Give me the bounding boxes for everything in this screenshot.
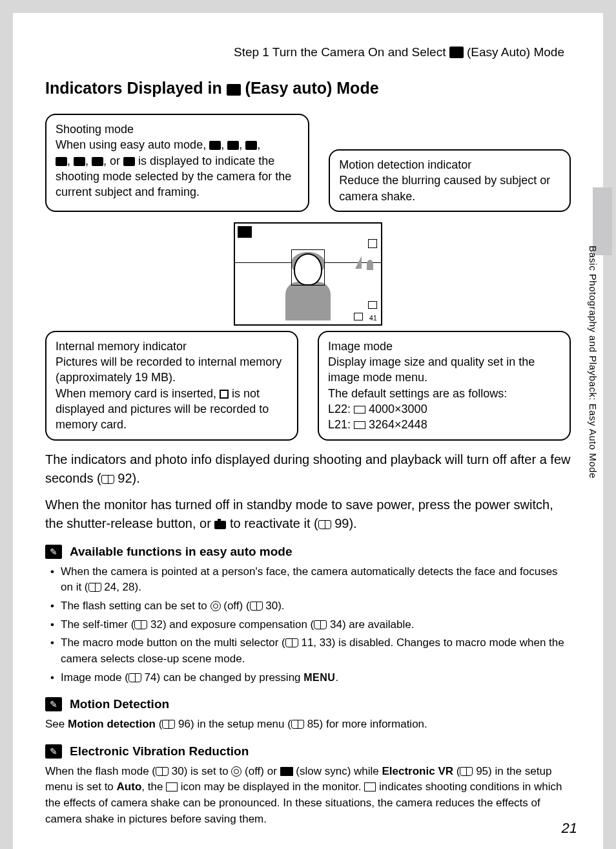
- easy-auto-icon: [449, 47, 464, 58]
- mode-icon: [56, 157, 67, 166]
- manual-page: Basic Photography and Playback: Easy Aut…: [13, 13, 603, 849]
- section-side-label: Basic Photography and Playback: Easy Aut…: [588, 246, 599, 479]
- list-item: The flash setting can be set to (off) ( …: [50, 598, 571, 614]
- callout-diagram: Shooting mode When using easy auto mode,…: [45, 114, 571, 441]
- callout-title: Image mode: [328, 340, 393, 353]
- callout-title: Shooting mode: [56, 123, 134, 136]
- callout-shooting-mode: Shooting mode When using easy auto mode,…: [45, 114, 309, 212]
- running-head-pre: Step 1 Turn the Camera On and Select: [234, 45, 449, 59]
- page-ref-icon: [101, 475, 114, 484]
- callout-motion-detection: Motion detection indicator Reduce the bl…: [329, 149, 571, 212]
- page-ref-icon: [162, 720, 175, 729]
- flash-off-icon: [231, 766, 241, 777]
- section-available-functions: ✎ Available functions in easy auto mode: [45, 545, 571, 559]
- callout-internal-memory: Internal memory indicator Pictures will …: [45, 331, 298, 441]
- vf-motion-indicator: [368, 239, 377, 248]
- page-ref-icon: [128, 673, 141, 682]
- vf-image-mode-indicator: [368, 301, 377, 309]
- running-head: Step 1 Turn the Camera On and Select (Ea…: [45, 45, 571, 59]
- note-info-icon: ✎: [45, 697, 62, 711]
- page-title: Indicators Displayed in (Easy auto) Mode: [45, 79, 571, 98]
- page-ref-icon: [314, 620, 327, 629]
- flash-off-icon: [210, 601, 221, 611]
- title-post: (Easy auto) Mode: [241, 79, 379, 97]
- section-motion-detection: ✎ Motion Detection: [45, 697, 571, 711]
- note-pencil-icon: ✎: [45, 545, 62, 559]
- mode-icon: [74, 157, 85, 166]
- vf-mode-indicator: [238, 226, 252, 238]
- page-ref-icon: [291, 720, 304, 729]
- list-item: The macro mode button on the multi selec…: [50, 635, 571, 667]
- easy-auto-icon: [227, 84, 241, 96]
- running-head-post: (Easy Auto) Mode: [464, 45, 564, 59]
- image-quality-icon: [354, 406, 365, 414]
- paragraph-indicators-timeout: The indicators and photo info displayed …: [45, 450, 571, 488]
- section-electronic-vr: ✎ Electronic Vibration Reduction: [45, 744, 571, 759]
- evr-text: When the flash mode ( 30) is set to (off…: [45, 764, 571, 828]
- list-item: The self-timer ( 32) and exposure compen…: [50, 617, 571, 633]
- callout-title: Internal memory indicator: [56, 340, 187, 353]
- vf-frame-count: 41: [369, 314, 377, 322]
- mode-icon: [227, 141, 239, 150]
- mode-icon: [209, 141, 221, 150]
- list-item: When the camera is pointed at a person's…: [50, 564, 571, 596]
- mode-icon: [245, 141, 257, 150]
- camera-button-icon: [214, 521, 226, 529]
- vr-icon: [364, 782, 376, 791]
- callout-title: Motion detection indicator: [339, 158, 471, 171]
- available-functions-list: When the camera is pointed at a person's…: [45, 564, 571, 686]
- page-ref-icon: [285, 638, 298, 647]
- page-ref-icon: [134, 620, 147, 629]
- paragraph-standby: When the monitor has turned off in stand…: [45, 496, 571, 533]
- face-detect-frame: [291, 249, 325, 286]
- viewfinder-illustration: 41: [234, 222, 382, 326]
- image-quality-icon: [354, 421, 365, 429]
- motion-detection-text: See Motion detection ( 96) in the setup …: [45, 717, 571, 733]
- vr-icon: [166, 782, 178, 791]
- slow-sync-icon: [280, 767, 293, 776]
- internal-memory-icon: [220, 390, 229, 399]
- page-ref-icon: [460, 767, 473, 776]
- list-item: Image mode ( 74) can be changed by press…: [50, 670, 571, 686]
- note-info-icon: ✎: [45, 744, 62, 759]
- page-ref-icon: [156, 767, 169, 776]
- page-ref-icon: [250, 602, 263, 611]
- page-number: 21: [562, 820, 577, 837]
- vf-memory-indicator: [354, 313, 363, 320]
- page-ref-icon: [318, 520, 331, 529]
- menu-button-label: MENU: [303, 672, 335, 683]
- mode-icon: [123, 157, 135, 166]
- page-ref-icon: [88, 583, 101, 592]
- callout-image-mode: Image mode Display image size and qualit…: [318, 331, 571, 441]
- title-pre: Indicators Displayed in: [45, 79, 227, 97]
- mode-icon: [92, 157, 103, 166]
